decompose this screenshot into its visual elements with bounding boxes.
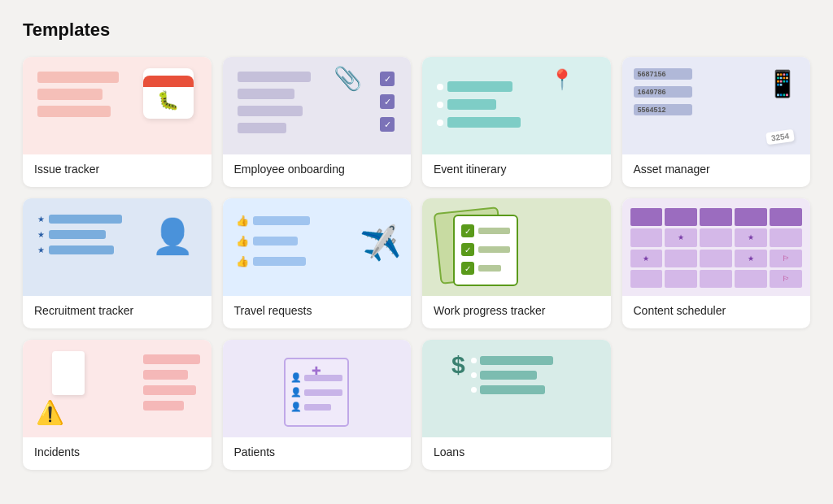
cal-top — [143, 76, 194, 87]
airplane-icon: ✈️ — [359, 223, 403, 264]
medical-cross-icon: ✚ — [312, 364, 321, 377]
clip-icon: 📎 — [334, 65, 362, 92]
cal-cell-3 — [770, 228, 802, 246]
incidents-row-3 — [143, 385, 196, 395]
card-asset-manager[interactable]: 5687156 1649786 5564512 📱 3254 Asset man… — [622, 57, 811, 187]
location-pin-icon: 📍 — [550, 68, 574, 91]
phone-icon: 📱 — [766, 68, 799, 99]
work-check-row-1: ✓ — [461, 224, 510, 237]
travel-rows: 👍 👍 👍 — [236, 215, 310, 267]
card-label-issue-tracker: Issue tracker — [23, 154, 212, 187]
patient-avatar-icon-1: 👤 — [290, 372, 302, 383]
thumb-asset-manager: 5687156 1649786 5564512 📱 3254 — [622, 57, 811, 154]
thumb-employee-onboarding: 📎 ✓ ✓ ✓ — [223, 57, 412, 154]
check-icon-2: ✓ — [380, 94, 395, 109]
event-dot-3 — [437, 119, 443, 126]
card-recruitment-tracker[interactable]: ★ ★ ★ 👤 Recruitment tracker — [23, 198, 212, 328]
page-title: Templates — [23, 20, 810, 41]
patient-avatar-icon-2: 👤 — [290, 387, 302, 398]
card-employee-onboarding[interactable]: 📎 ✓ ✓ ✓ Employee onboarding — [223, 57, 412, 187]
loan-dot-3 — [471, 387, 477, 393]
card-work-progress-tracker[interactable]: ✓ ✓ ✓ Work progress tracker — [422, 198, 611, 328]
thumbsup-icon-2: 👍 — [236, 235, 249, 247]
card-label-asset-manager: Asset manager — [622, 154, 811, 187]
thumb-travel-requests: 👍 👍 👍 ✈️ — [223, 198, 412, 296]
card-patients[interactable]: 👤 👤 👤 ✚ Patients — [223, 340, 412, 470]
event-line-2 — [447, 99, 496, 110]
star-icon-2: ★ — [37, 230, 45, 239]
thumbsup-icon-3: 👍 — [236, 255, 249, 267]
incidents-row-1 — [143, 354, 200, 364]
card-label-work-progress-tracker: Work progress tracker — [422, 296, 611, 328]
loan-dot-1 — [471, 358, 477, 363]
cal-cell-2 — [700, 228, 732, 246]
check-icon-3: ✓ — [380, 117, 395, 132]
loans-bars — [471, 356, 553, 394]
card-event-itinerary[interactable]: 📍 Event itinerary — [422, 57, 611, 187]
asset-num-2: 1649786 — [634, 86, 692, 98]
card-label-content-scheduler: Content scheduler — [622, 296, 811, 328]
patient-line-3 — [304, 404, 331, 411]
onboard-rows — [238, 72, 311, 133]
recruit-bar-2 — [49, 230, 106, 239]
star-icon-3: ★ — [37, 245, 45, 254]
thumb-work-progress-tracker: ✓ ✓ ✓ — [422, 198, 611, 296]
patient-avatar-icon-3: 👤 — [290, 402, 302, 412]
loan-bar-row-2 — [471, 371, 553, 380]
work-check-line-1 — [478, 228, 510, 234]
patient-line-1 — [304, 375, 342, 381]
issue-calendar: 🐛 — [143, 68, 194, 119]
cal-cell-star-1: ★ — [665, 228, 697, 246]
content-calendar: ★ ★ ★ ★ 🏳 🏳 — [630, 208, 803, 288]
asset-tag: 3254 — [765, 129, 795, 146]
incidents-rows — [143, 354, 200, 411]
dollar-icon: $ — [451, 351, 465, 379]
asset-num-1: 5687156 — [634, 68, 692, 80]
cal-cell-8 — [700, 270, 732, 288]
thumbsup-icon-1: 👍 — [236, 215, 249, 227]
thumb-patients: 👤 👤 👤 ✚ — [223, 340, 412, 437]
thumb-incidents: ⚠️ — [23, 340, 212, 437]
work-check-line-3 — [478, 265, 501, 272]
loan-bar-3 — [480, 385, 545, 394]
patient-row-2: 👤 — [290, 387, 342, 398]
cal-header-2 — [665, 208, 697, 226]
cal-cell-6 — [630, 270, 663, 288]
loan-bar-1 — [480, 356, 553, 365]
event-rows — [437, 81, 521, 128]
card-content-scheduler[interactable]: ★ ★ ★ ★ 🏳 🏳 Content scheduler — [622, 198, 811, 328]
card-incidents[interactable]: ⚠️ Incidents — [23, 340, 212, 470]
loan-bar-row-1 — [471, 356, 553, 365]
thumb-event-itinerary: 📍 — [422, 57, 611, 154]
loan-dot-2 — [471, 372, 477, 378]
cal-cell-flag-2: 🏳 — [770, 270, 802, 288]
patient-line-2 — [304, 389, 342, 396]
cal-cell-star-2: ★ — [735, 228, 767, 246]
work-card-front: ✓ ✓ ✓ — [453, 215, 518, 286]
cal-header-1 — [630, 208, 663, 226]
thumb-content-scheduler: ★ ★ ★ ★ 🏳 🏳 — [622, 198, 811, 296]
travel-bar-3 — [253, 257, 306, 266]
cal-cell-1 — [630, 228, 663, 246]
incidents-paper — [52, 351, 85, 395]
travel-bar-1 — [253, 216, 310, 225]
card-loans[interactable]: $ Loans — [422, 340, 611, 470]
card-travel-requests[interactable]: 👍 👍 👍 ✈️ Travel requests — [223, 198, 412, 328]
card-label-recruitment-tracker: Recruitment tracker — [23, 296, 212, 328]
work-check-row-2: ✓ — [461, 243, 510, 256]
recruit-bar-3 — [49, 245, 114, 254]
work-check-line-2 — [478, 246, 510, 253]
cal-cell-9 — [735, 270, 767, 288]
warning-icon: ⚠️ — [36, 399, 64, 426]
asset-num-3: 5564512 — [634, 104, 692, 115]
loan-bar-row-3 — [471, 385, 553, 394]
card-issue-tracker[interactable]: 🐛 Issue tracker — [23, 57, 212, 187]
cal-cell-5 — [700, 250, 732, 267]
incidents-row-4 — [143, 401, 184, 411]
recruit-bar-1 — [49, 215, 122, 224]
work-check-row-3: ✓ — [461, 262, 510, 275]
asset-numbers: 5687156 1649786 5564512 — [634, 68, 692, 115]
card-label-event-itinerary: Event itinerary — [422, 154, 611, 187]
card-label-travel-requests: Travel requests — [223, 296, 412, 328]
cal-header-3 — [700, 208, 732, 226]
